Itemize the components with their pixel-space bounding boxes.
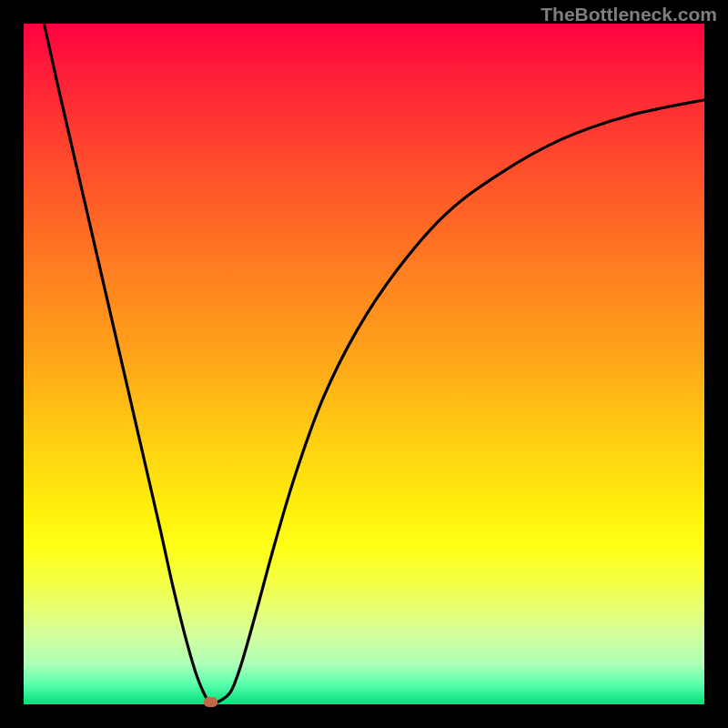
bottleneck-curve xyxy=(24,24,704,704)
minimum-marker xyxy=(204,697,217,707)
chart-frame: TheBottleneck.com xyxy=(0,0,728,728)
plot-area xyxy=(24,24,704,704)
watermark-text: TheBottleneck.com xyxy=(541,4,717,25)
